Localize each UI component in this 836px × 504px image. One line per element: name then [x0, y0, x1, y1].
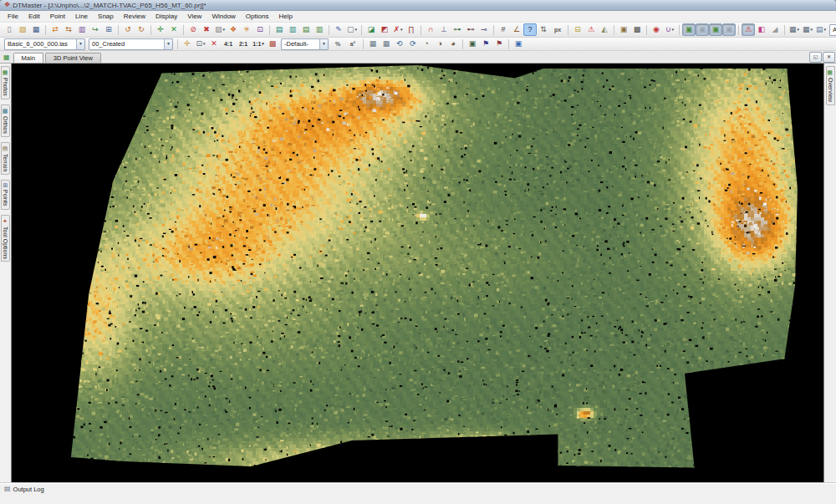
angle-display-button[interactable]: a° — [345, 38, 360, 50]
rotate-left-button[interactable]: ⟲ — [393, 38, 406, 50]
menu-display[interactable]: Display — [150, 12, 182, 21]
palette-button[interactable]: ◧ — [755, 23, 768, 36]
dock-tab-orthos[interactable]: ▩ Orthos — [1, 104, 10, 137]
pan-button[interactable]: ✛ — [181, 38, 194, 50]
open-3d-window-button[interactable]: ⊡ — [253, 23, 267, 36]
classify-points-button[interactable]: ❖ — [227, 23, 240, 36]
bridge-tool-button[interactable]: ⊟ — [571, 23, 584, 36]
zoom-2-1-button[interactable]: 2:1 — [236, 38, 251, 50]
pointcloud-file-combo[interactable]: Basic_6_000_000.las ▼ — [4, 38, 85, 50]
undo-button[interactable]: ↺ — [121, 23, 135, 36]
snap-point-button[interactable]: ✕ — [167, 23, 181, 36]
restore-view-button[interactable]: ◱ — [809, 52, 822, 63]
pointcloud-canvas[interactable] — [12, 64, 823, 482]
add-point-after-button[interactable]: ⊸ — [477, 23, 491, 36]
view-mode-2-button[interactable]: ▣ — [696, 23, 709, 36]
dark-grid-button[interactable]: ▩ — [630, 23, 644, 36]
flag-forward-button[interactable]: ⚑ — [479, 38, 492, 50]
output-log-tab[interactable]: Output Log — [13, 486, 44, 493]
transparency-button[interactable]: % — [330, 38, 345, 50]
spline-mode-button[interactable]: ∪ — [663, 23, 676, 36]
render-mode-button[interactable]: ▣ — [466, 38, 479, 50]
move-point-button[interactable]: ✛ — [154, 23, 167, 36]
draw-line-button[interactable]: ✎ — [332, 23, 345, 36]
dock-tab-tool-options[interactable]: ✦ Tool Options — [1, 215, 10, 262]
menu-line[interactable]: Line — [70, 12, 93, 21]
transfer-points-button[interactable]: ↪ — [89, 23, 102, 36]
view-mode-4-button[interactable]: ▣ — [722, 23, 736, 36]
delete-selection-button[interactable]: ✖ — [200, 23, 213, 36]
alerts-toggle-button[interactable]: ⚠ — [742, 23, 755, 36]
zoom-4-1-button[interactable]: 4:1 — [221, 38, 236, 50]
erase-line-button[interactable]: ✗ — [391, 23, 405, 36]
update-data-button[interactable]: ⇆ — [62, 23, 75, 36]
thin-points-button[interactable]: ▤ — [273, 23, 286, 36]
workspace-icon[interactable]: ▦ — [2, 53, 12, 63]
stereo-grid-2-button[interactable]: ▦ — [380, 38, 393, 50]
add-point-before-button[interactable]: ⊶ — [451, 23, 464, 36]
hillshade-button[interactable]: ◢ — [768, 23, 782, 36]
attribute-table-button[interactable]: ⊞ — [102, 23, 115, 36]
menu-snap[interactable]: Snap — [93, 12, 119, 21]
angle-tool-button[interactable]: ∠ — [510, 23, 523, 36]
stereo-grid-1-button[interactable]: ▦ — [366, 38, 380, 50]
reload-data-button[interactable]: ⇄ — [48, 23, 62, 36]
flag-back-button[interactable]: ⚑ — [492, 38, 506, 50]
query-value-button[interactable]: ? — [523, 23, 537, 36]
conflict-warning-button[interactable]: ⚠ — [584, 23, 598, 36]
dock-tab-photos[interactable]: ▦ Photos — [1, 66, 10, 99]
menu-point[interactable]: Point — [45, 12, 70, 21]
classify-area-button[interactable]: ✳ — [240, 23, 253, 36]
histogram-button[interactable]: ◩ — [378, 23, 391, 36]
lasso-select-button[interactable]: ◉ — [650, 23, 663, 36]
layers-button[interactable]: ▤ — [814, 23, 828, 36]
tab-main[interactable]: Main — [13, 53, 43, 63]
step-spinner[interactable]: ⇅ — [537, 23, 550, 36]
densify-points-button[interactable]: ▥ — [286, 23, 299, 36]
screen-view-button[interactable]: ▢ — [345, 23, 359, 36]
menu-review[interactable]: Review — [119, 12, 150, 21]
selection-mode-button[interactable]: ▧ — [213, 23, 227, 36]
redo-button[interactable]: ↻ — [135, 23, 148, 36]
cancel-view-button[interactable]: ✕ — [207, 38, 221, 50]
mesh-overlay-button[interactable]: ▦ — [801, 23, 814, 36]
grid-spacing-button[interactable]: # — [497, 23, 510, 36]
menu-window[interactable]: Window — [206, 12, 240, 21]
color-source-button[interactable]: ▩ — [266, 38, 279, 50]
curvature-tool-button[interactable]: ∩ — [424, 23, 437, 36]
filter-points-button[interactable]: ▤ — [299, 23, 313, 36]
snapshot-button[interactable]: ▣ — [512, 38, 525, 50]
close-view-button[interactable]: ✕ — [823, 52, 835, 63]
menu-options[interactable]: Options — [241, 12, 274, 21]
view-mode-1-button[interactable]: ▣ — [682, 23, 696, 36]
menu-file[interactable]: File — [3, 12, 23, 21]
zoom-window-button[interactable]: ⊡ — [194, 38, 207, 50]
open-project-button[interactable]: ▨ — [16, 23, 29, 36]
tab-3d-point-view[interactable]: 3D Point View — [45, 53, 101, 63]
zoom-1-1-button[interactable]: 1:1 — [251, 38, 266, 50]
menu-view[interactable]: View — [182, 12, 206, 21]
save-button[interactable]: ▦ — [29, 23, 43, 36]
view-mode-3-button[interactable]: ▣ — [709, 23, 722, 36]
pixel-units-button[interactable]: px — [550, 23, 565, 36]
rotate-right-button[interactable]: ⟳ — [406, 38, 420, 50]
orbit-x-button[interactable]: ◔ — [420, 38, 433, 50]
delete-point-button[interactable]: ⊘ — [186, 23, 200, 36]
grid-overlay-button[interactable]: ▦ — [788, 23, 801, 36]
dock-tab-terrain[interactable]: ▤ Terrain — [1, 142, 10, 175]
terrain-shade-button[interactable]: ◭ — [598, 23, 611, 36]
dock-tab-points[interactable]: ⊞ Points — [1, 180, 10, 209]
orbit-z-button[interactable]: ◕ — [446, 38, 460, 50]
remove-point-button[interactable]: ⊷ — [464, 23, 477, 36]
viewport[interactable] — [11, 64, 824, 482]
layer-combo[interactable]: 00_Created ▼ — [89, 38, 173, 50]
interpolation-combo[interactable]: Automatic ▼ — [829, 24, 836, 36]
menu-edit[interactable]: Edit — [23, 12, 45, 21]
profile-chart-button[interactable]: ◪ — [364, 23, 378, 36]
export-package-button[interactable]: ▣ — [617, 23, 630, 36]
load-photos-button[interactable]: ▥ — [75, 23, 89, 36]
measure-button[interactable]: ∏ — [405, 23, 418, 36]
dock-tab-overview[interactable]: ▦ Overview — [826, 66, 835, 105]
menu-help[interactable]: Help — [273, 12, 297, 21]
new-file-button[interactable]: ▯ — [3, 23, 16, 36]
